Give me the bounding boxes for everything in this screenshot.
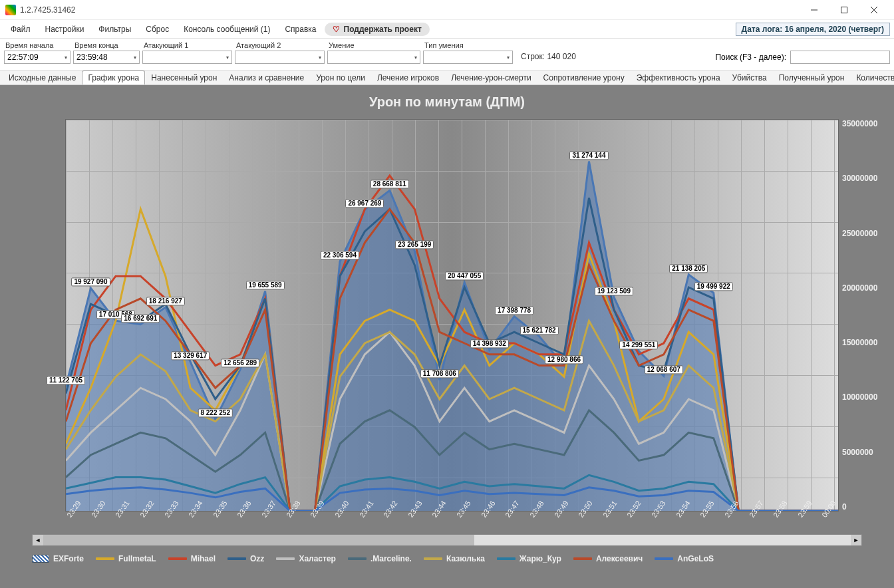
data-label: 13 329 617	[171, 351, 210, 360]
start-time-input[interactable]: 22:57:09▾	[4, 51, 71, 64]
data-label: 15 621 782	[520, 326, 559, 335]
chart-title: Урон по минутам (ДПМ)	[5, 90, 889, 112]
legend-item[interactable]: Ozz	[227, 554, 264, 563]
menu-reset[interactable]: Сброс	[139, 22, 176, 37]
scroll-left-icon[interactable]: ◄	[33, 535, 43, 545]
tab-1[interactable]: График урона	[82, 71, 145, 84]
skilltype-select[interactable]: ▾	[423, 51, 513, 64]
tab-11[interactable]: Количество действий игрока	[850, 71, 894, 84]
menu-settings[interactable]: Настройки	[39, 22, 91, 37]
maximize-button[interactable]	[829, 0, 859, 20]
tab-8[interactable]: Эффективность урона	[631, 71, 726, 84]
menu-console[interactable]: Консоль сообщений (1)	[177, 22, 277, 37]
end-time-input[interactable]: 23:59:48▾	[73, 51, 140, 64]
legend-swatch	[96, 557, 114, 560]
legend-item[interactable]: Алексеевич	[573, 554, 643, 563]
data-label: 19 927 090	[71, 278, 110, 287]
tabbar: Исходные данныеГрафик уронаНанесенный ур…	[0, 71, 894, 85]
data-label: 12 068 607	[645, 366, 683, 374]
menu-file[interactable]: Файл	[4, 22, 37, 37]
attacker2-label: Атакующий 2	[235, 41, 325, 49]
svg-rect-1	[841, 7, 847, 13]
data-label: 16 692 691	[121, 314, 160, 323]
legend-swatch	[227, 557, 246, 560]
tab-4[interactable]: Урон по цели	[310, 71, 371, 84]
attacker1-label: Атакующий 1	[142, 41, 232, 49]
legend-swatch	[655, 557, 673, 560]
data-label: 22 306 594	[321, 251, 359, 260]
legend-swatch	[497, 557, 516, 560]
data-label: 19 655 589	[246, 281, 285, 289]
tab-9[interactable]: Убийства	[726, 71, 773, 84]
legend-item[interactable]: EXForte	[32, 554, 84, 563]
legend-label: EXForte	[53, 554, 84, 563]
legend-swatch	[573, 557, 592, 560]
data-label: 11 122 705	[47, 376, 85, 385]
close-button[interactable]	[859, 0, 889, 20]
scrollbar-thumb[interactable]	[43, 535, 474, 545]
legend-item[interactable]: Жарю_Кур	[497, 554, 561, 563]
support-label: Поддержать проект	[344, 25, 422, 34]
legend-label: Алексеевич	[596, 554, 643, 563]
ytick: 5000000	[842, 448, 889, 457]
filter-bar: Время начала 22:57:09▾ Время конца 23:59…	[0, 39, 894, 71]
data-label: 31 274 144	[569, 151, 608, 160]
scroll-right-icon[interactable]: ►	[851, 535, 861, 545]
data-label: 23 265 199	[395, 241, 434, 249]
chart-plot-wrap: 11 122 70519 927 09017 010 56816 692 691…	[5, 112, 889, 531]
titlebar: 1.2.7425.31462	[0, 0, 894, 20]
legend-item[interactable]: Казюлька	[424, 554, 485, 563]
legend-item[interactable]: Халастер	[276, 554, 336, 563]
ytick: 0	[842, 502, 889, 512]
legend-swatch	[168, 557, 187, 560]
data-label: 8 222 252	[198, 408, 233, 417]
attacker2-select[interactable]: ▾	[235, 51, 325, 64]
data-label: 14 299 551	[619, 341, 658, 349]
menu-help[interactable]: Справка	[278, 22, 323, 37]
y-axis: 0500000010000000150000002000000025000000…	[842, 119, 889, 512]
menubar: Файл Настройки Фильтры Сброс Консоль соо…	[0, 20, 894, 39]
ytick: 30000000	[842, 174, 889, 183]
legend-label: AnGeLoS	[677, 554, 714, 563]
data-label: 19 499 922	[694, 283, 733, 291]
chart-scrollbar[interactable]: ◄ ►	[32, 534, 862, 546]
data-label: 20 447 055	[445, 272, 484, 281]
chart-legend: EXForteFullmetaLMihaelOzzХаластер.Marcel…	[5, 549, 889, 569]
chart-area: Урон по минутам (ДПМ) 11 122 70519 927 0…	[0, 85, 894, 588]
ytick: 25000000	[842, 229, 889, 238]
legend-swatch	[32, 555, 49, 563]
menu-filters[interactable]: Фильтры	[92, 22, 138, 37]
legend-swatch	[348, 557, 367, 560]
tab-7[interactable]: Сопротивление урону	[537, 71, 631, 84]
ytick: 10000000	[842, 392, 889, 402]
skilltype-label: Тип умения	[423, 41, 513, 49]
legend-item[interactable]: AnGeLoS	[655, 554, 714, 563]
legend-item[interactable]: .Marceline.	[348, 554, 412, 563]
data-label: 12 656 289	[221, 359, 259, 368]
tab-2[interactable]: Нанесенный урон	[145, 71, 223, 84]
legend-swatch	[424, 557, 442, 560]
tab-0[interactable]: Исходные данные	[3, 71, 82, 84]
tab-10[interactable]: Полученный урон	[773, 71, 851, 84]
attacker1-select[interactable]: ▾	[142, 51, 232, 64]
legend-label: Жарю_Кур	[520, 554, 561, 563]
support-button[interactable]: ♡ Поддержать проект	[325, 23, 430, 36]
data-label: 17 398 778	[495, 306, 533, 315]
log-date: Дата лога: 16 апреля, 2020 (четверг)	[736, 23, 890, 36]
legend-item[interactable]: Mihael	[168, 554, 216, 563]
tab-3[interactable]: Анализ и сравнение	[223, 71, 310, 84]
data-label: 19 123 509	[595, 287, 633, 295]
data-label: 21 138 205	[669, 264, 708, 273]
legend-label: Ozz	[250, 554, 264, 563]
legend-label: Халастер	[299, 554, 336, 563]
heart-icon: ♡	[333, 25, 340, 34]
chart-plot[interactable]: 11 122 70519 927 09017 010 56816 692 691…	[65, 119, 839, 512]
legend-item[interactable]: FullmetaL	[96, 554, 156, 563]
start-time-label: Время начала	[4, 41, 71, 49]
tab-5[interactable]: Лечение игроков	[371, 71, 445, 84]
skill-select[interactable]: ▾	[327, 51, 420, 64]
minimize-button[interactable]	[799, 0, 829, 20]
tab-6[interactable]: Лечение-урон-смерти	[445, 71, 537, 84]
data-label: 12 980 866	[545, 355, 583, 364]
search-input[interactable]	[790, 51, 890, 64]
